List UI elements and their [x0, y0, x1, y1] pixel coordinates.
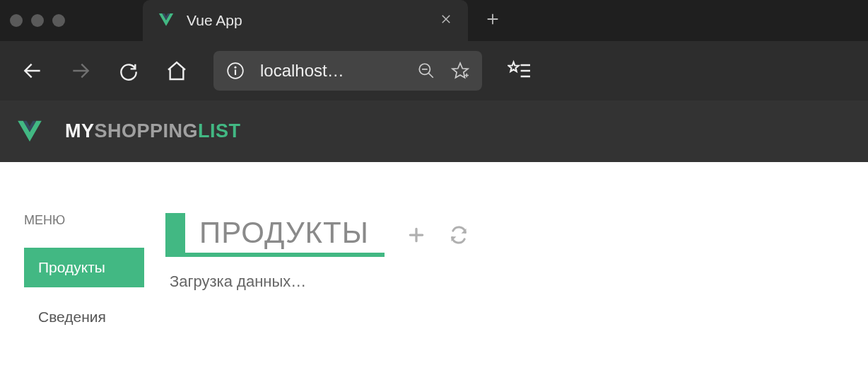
back-button[interactable] — [21, 59, 44, 82]
window-close-button[interactable] — [10, 14, 23, 27]
new-tab-button[interactable] — [485, 9, 500, 32]
page-title: ПРОДУКТЫ — [185, 213, 385, 253]
svg-rect-4 — [235, 69, 236, 75]
address-text: localhost… — [260, 61, 401, 81]
window-minimize-button[interactable] — [31, 14, 44, 27]
app-header: MYSHOPPINGLIST — [0, 100, 868, 162]
add-button[interactable] — [406, 224, 427, 246]
sidebar: МЕНЮ Продукты Сведения — [24, 213, 144, 347]
window-controls — [10, 14, 65, 27]
forward-button[interactable] — [69, 59, 92, 82]
zoom-out-icon[interactable] — [417, 62, 435, 80]
address-bar[interactable]: localhost… — [213, 51, 482, 91]
brand-title: MYSHOPPINGLIST — [65, 120, 241, 142]
page-title-wrap: ПРОДУКТЫ — [165, 213, 385, 257]
sidebar-item-products[interactable]: Продукты — [24, 248, 144, 287]
svg-point-3 — [234, 67, 236, 69]
sidebar-item-label: Продукты — [38, 259, 105, 275]
sidebar-item-info[interactable]: Сведения — [24, 297, 144, 337]
browser-toolbar: localhost… — [0, 41, 868, 100]
reload-button[interactable] — [117, 59, 140, 82]
home-button[interactable] — [165, 59, 188, 82]
page-title-row: ПРОДУКТЫ — [165, 213, 847, 257]
content: МЕНЮ Продукты Сведения ПРОДУКТЫ Загрузка… — [0, 162, 868, 347]
browser-chrome: Vue App localhost… — [0, 0, 868, 100]
refresh-button[interactable] — [448, 224, 469, 246]
window-maximize-button[interactable] — [52, 14, 65, 27]
vue-favicon-icon — [157, 11, 175, 30]
favorites-list-icon[interactable] — [508, 59, 530, 82]
brand-part2: SHOPPING — [95, 120, 199, 142]
tab-close-button[interactable] — [437, 8, 455, 33]
main: ПРОДУКТЫ Загрузка данных… — [165, 213, 847, 347]
brand-part3: LIST — [198, 120, 241, 142]
site-info-icon[interactable] — [226, 62, 245, 80]
browser-titlebar: Vue App — [0, 0, 868, 41]
loading-text: Загрузка данных… — [170, 272, 847, 291]
menu-label: МЕНЮ — [24, 213, 144, 228]
favorite-add-icon[interactable] — [451, 62, 469, 80]
sidebar-item-label: Сведения — [38, 309, 106, 325]
tab-title: Vue App — [187, 12, 437, 29]
brand-part1: MY — [65, 120, 95, 142]
browser-tab[interactable]: Vue App — [143, 0, 468, 41]
title-accent — [165, 213, 185, 253]
vue-logo-icon — [16, 117, 44, 146]
